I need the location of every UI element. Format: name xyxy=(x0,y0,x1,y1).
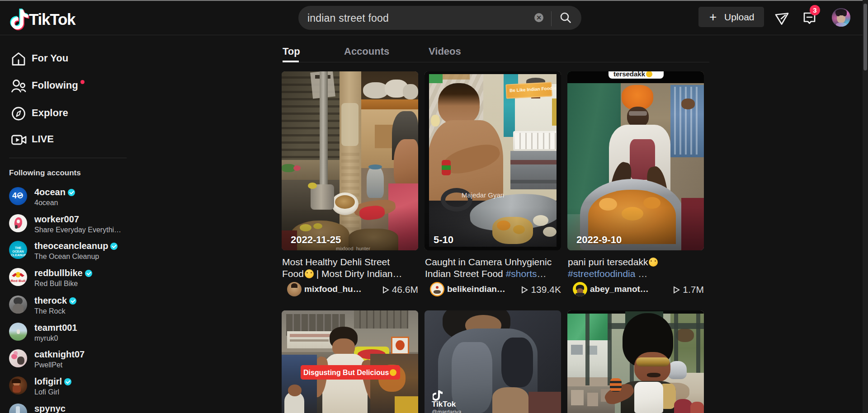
svg-text:TikTok: TikTok xyxy=(29,10,76,28)
svg-text:Red Bull: Red Bull xyxy=(11,279,25,283)
